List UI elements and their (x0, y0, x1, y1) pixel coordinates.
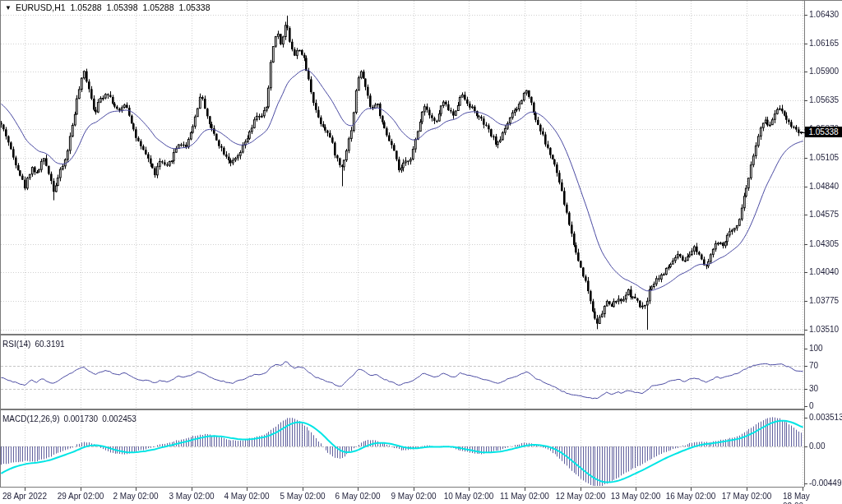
time-axis-label: 5 May 02:00 (280, 492, 325, 502)
macd-indicator-title: MACD(12,26,9)0.0017300.002453 (2, 414, 141, 423)
time-axis-label: 3 May 02:00 (169, 492, 214, 502)
price-axis-label: 1.05635 (809, 95, 839, 105)
ohlc-open: 1.05288 (71, 2, 102, 12)
price-axis-label: 1.03510 (809, 325, 839, 335)
time-axis-label: 28 Apr 2022 (2, 492, 47, 502)
rsi-axis-label: 70 (809, 361, 818, 371)
time-axis-label: 4 May 02:00 (224, 492, 269, 502)
time-axis-label: 17 May 02:00 (722, 492, 772, 502)
macd-main-value: 0.001730 (63, 414, 98, 423)
symbol-dropdown-icon[interactable]: ▼ (5, 4, 12, 12)
price-axis-label: 1.06165 (809, 39, 839, 49)
time-axis-label: 6 May 02:00 (335, 492, 380, 502)
macd-axis-label: 0.00 (809, 442, 825, 451)
price-axis-label: 1.04575 (809, 210, 839, 220)
time-axis-label: 12 May 02:00 (556, 492, 606, 502)
current-price-tag: 1.05338 (805, 127, 842, 137)
rsi-value: 60.3191 (35, 340, 64, 349)
time-axis-label: 10 May 02:00 (444, 492, 494, 502)
price-axis-label: 1.04040 (809, 267, 839, 277)
rsi-axis-label: 30 (809, 384, 818, 394)
time-axis-label: 16 May 02:00 (666, 492, 716, 502)
rsi-label: RSI(14) (2, 340, 30, 349)
rsi-axis-label: 100 (809, 344, 823, 354)
macd-signal-value: 0.002453 (102, 414, 136, 423)
macd-axis-label: 0.003513 (809, 413, 842, 423)
chart-window: ▼EURUSD,H11.052881.053981.052881.05338 R… (0, 0, 842, 504)
symbol-header[interactable]: ▼EURUSD,H11.052881.053981.052881.05338 (5, 2, 210, 12)
time-axis-label: 13 May 02:00 (611, 492, 661, 502)
macd-label: MACD(12,26,9) (2, 414, 59, 423)
time-axis-label: 18 May 02:00 (783, 492, 822, 504)
rsi-axis-label: 0 (809, 401, 814, 411)
time-axis-label: 2 May 02:00 (113, 492, 158, 502)
macd-axis-label: -0.00449 (809, 479, 841, 488)
ohlc-close: 1.05338 (179, 2, 210, 12)
time-axis-label: 9 May 02:00 (391, 492, 436, 502)
chart-canvas[interactable] (0, 0, 842, 504)
price-axis-label: 1.03775 (809, 296, 839, 306)
price-axis-label: 1.04305 (809, 239, 839, 249)
symbol-timeframe-label: EURUSD,H1 (16, 2, 66, 12)
price-axis-label: 1.06430 (809, 10, 839, 20)
ohlc-high: 1.05398 (107, 2, 138, 12)
time-axis-label: 11 May 02:00 (500, 492, 549, 502)
price-axis-label: 1.04840 (809, 182, 839, 192)
time-axis-label: 29 Apr 02:00 (58, 492, 104, 502)
price-axis-label: 1.05105 (809, 153, 839, 163)
ohlc-low: 1.05288 (143, 2, 174, 12)
price-axis-label: 1.05900 (809, 67, 839, 76)
rsi-indicator-title: RSI(14)60.3191 (2, 340, 69, 349)
